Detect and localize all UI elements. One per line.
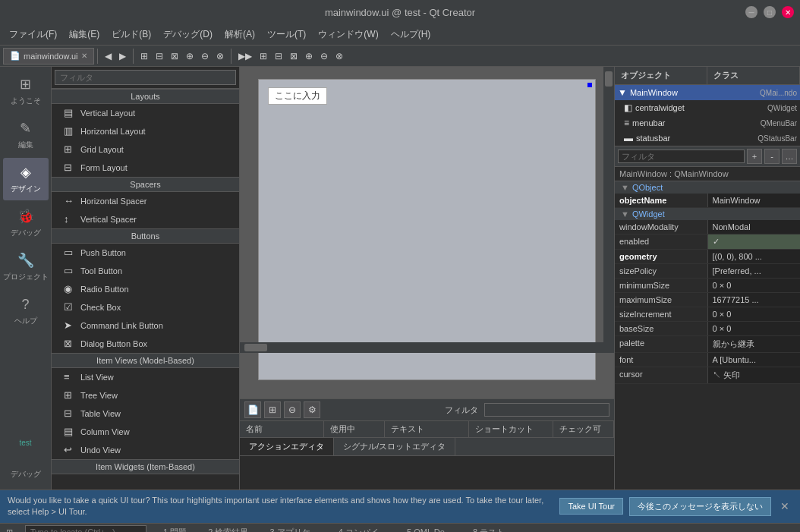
- widget-column-view[interactable]: ▤ Column View: [52, 423, 239, 441]
- obj-row-menubar[interactable]: ≡ menubar QMenuBar: [615, 115, 800, 131]
- action-delete-btn[interactable]: ⊖: [284, 401, 301, 418]
- sidebar-item-debug2[interactable]: デバッグ: [3, 459, 49, 490]
- menu-debug[interactable]: デバッグ(D): [157, 25, 219, 44]
- toolbar-btn10[interactable]: ⊠: [286, 49, 301, 63]
- action-copy-btn[interactable]: ⊞: [264, 401, 281, 418]
- canvas-scrollbar-horizontal[interactable]: [240, 342, 603, 353]
- status-problems[interactable]: 1 問題: [159, 525, 191, 532]
- toolbar-btn7[interactable]: ▶▶: [235, 49, 256, 63]
- canvas-resize-handle[interactable]: [587, 83, 592, 87]
- prop-val-enabled[interactable]: ✓: [708, 235, 801, 249]
- toolbar-btn9[interactable]: ⊟: [271, 49, 286, 63]
- widget-form-layout[interactable]: ⊟ Form Layout: [52, 159, 239, 177]
- status-qml[interactable]: 5 QML De...: [402, 526, 456, 532]
- status-app[interactable]: 3 アプリケ...: [265, 525, 321, 532]
- prop-val-cursor[interactable]: ↖ 矢印: [708, 367, 801, 383]
- category-buttons[interactable]: Buttons: [52, 228, 239, 244]
- toolbar-nav-fwd[interactable]: ▶: [115, 49, 130, 63]
- widget-dialog-button[interactable]: ⊠ Dialog Button Box: [52, 335, 239, 353]
- widget-table-view[interactable]: ⊟ Table View: [52, 405, 239, 423]
- sidebar-item-edit[interactable]: ✎ 編集: [3, 114, 49, 156]
- menu-analyze[interactable]: 解析(A): [219, 25, 261, 44]
- widget-radio-button[interactable]: ◉ Radio Button: [52, 280, 239, 298]
- category-item-views[interactable]: Item Views (Model-Based): [52, 353, 239, 368]
- widget-check-box[interactable]: ☑ Check Box: [52, 298, 239, 316]
- category-spacers[interactable]: Spacers: [52, 177, 239, 192]
- status-compile[interactable]: 4 コンパイ...: [334, 525, 390, 532]
- sidebar-item-debug[interactable]: 🐞 デバッグ: [3, 202, 49, 244]
- menu-file[interactable]: ファイル(F): [3, 25, 63, 44]
- menu-build[interactable]: ビルド(B): [106, 25, 157, 44]
- prop-val-basesize[interactable]: 0 × 0: [708, 322, 801, 335]
- toolbar-btn3[interactable]: ⊠: [167, 49, 182, 63]
- status-test[interactable]: 8 テスト...: [468, 525, 516, 532]
- menu-edit[interactable]: 編集(E): [63, 25, 106, 44]
- prop-val-windowmodality[interactable]: NonModal: [708, 220, 801, 234]
- obj-row-statusbar[interactable]: ▬ statusbar QStatusBar: [615, 131, 800, 146]
- toolbar-btn1[interactable]: ⊞: [137, 49, 152, 63]
- toolbar-btn5[interactable]: ⊖: [197, 49, 213, 63]
- widget-tree-view[interactable]: ⊞ Tree View: [52, 386, 239, 405]
- sidebar-item-project[interactable]: 🔧 プロジェクト: [3, 246, 49, 288]
- sidebar-item-test[interactable]: test: [3, 427, 49, 458]
- prop-filter-dots[interactable]: …: [782, 149, 797, 164]
- toolbar-btn8[interactable]: ⊞: [256, 49, 271, 63]
- widget-command-link[interactable]: ➤ Command Link Button: [52, 316, 239, 335]
- prop-val-maximumsize[interactable]: 16777215 ...: [708, 293, 801, 307]
- prop-filter-minus[interactable]: -: [764, 149, 780, 164]
- toolbar-btn4[interactable]: ⊕: [182, 49, 197, 63]
- prop-val-palette[interactable]: 親から継承: [708, 336, 801, 352]
- toolbar-btn2[interactable]: ⊟: [152, 49, 167, 63]
- obj-row-mainwindow[interactable]: ▼ MainWindow QMai...ndo: [615, 85, 800, 100]
- category-item-widgets[interactable]: Item Widgets (Item-Based): [52, 459, 239, 474]
- widget-grid-layout[interactable]: ⊞ Grid Layout: [52, 140, 239, 159]
- status-search[interactable]: 2 検索結果: [203, 525, 253, 532]
- toolbar-btn11[interactable]: ⊕: [301, 49, 317, 63]
- toolbar-btn13[interactable]: ⊗: [332, 49, 347, 63]
- menu-help[interactable]: ヘルプ(H): [385, 25, 437, 44]
- canvas-scrollbar-vertical[interactable]: [603, 67, 614, 353]
- obj-row-centralwidget[interactable]: ◧ centralwidget QWidget: [615, 100, 800, 115]
- widget-undo-view[interactable]: ↩ Undo View: [52, 441, 239, 459]
- prop-section-qwidget[interactable]: ▼ QWidget: [615, 208, 800, 220]
- sidebar-item-design[interactable]: ◈ デザイン: [3, 158, 49, 200]
- prop-val-geometry[interactable]: [(0, 0), 800 ...: [708, 250, 801, 263]
- widget-push-button[interactable]: ▭ Push Button: [52, 244, 239, 262]
- toolbar-btn6[interactable]: ⊗: [213, 49, 228, 63]
- widget-list-view[interactable]: ≡ List View: [52, 368, 239, 386]
- action-settings-btn[interactable]: ⚙: [304, 401, 320, 418]
- widget-filter-input[interactable]: [55, 70, 236, 85]
- prop-val-sizepolicy[interactable]: [Preferred, ...: [708, 264, 801, 278]
- property-filter-input[interactable]: [618, 150, 745, 163]
- widget-tool-button[interactable]: ▭ Tool Button: [52, 262, 239, 280]
- prop-val-font[interactable]: A [Ubuntu...: [708, 353, 801, 367]
- menu-window[interactable]: ウィンドウ(W): [312, 25, 384, 44]
- widget-horizontal-layout[interactable]: ▥ Horizontal Layout: [52, 122, 239, 140]
- widget-vertical-spacer[interactable]: ↕ Vertical Spacer: [52, 210, 239, 228]
- sidebar-item-help[interactable]: ? ヘルプ: [3, 290, 49, 332]
- tab-close-icon[interactable]: ✕: [81, 52, 87, 60]
- prop-filter-plus[interactable]: +: [747, 149, 762, 164]
- minimize-button[interactable]: ─: [745, 6, 757, 18]
- prop-val-objectname[interactable]: MainWindow: [708, 194, 801, 207]
- tab-action-editor[interactable]: アクションエディタ: [240, 438, 334, 455]
- sidebar-item-welcome[interactable]: ⊞ ようこそ: [3, 70, 49, 112]
- toolbar-btn12[interactable]: ⊖: [317, 49, 332, 63]
- action-filter-input[interactable]: [484, 403, 610, 417]
- prop-section-qobject[interactable]: ▼ QObject: [615, 181, 800, 194]
- locate-input[interactable]: [25, 525, 146, 532]
- prop-val-minimumsize[interactable]: 0 × 0: [708, 279, 801, 292]
- tour-dismiss-button[interactable]: 今後このメッセージを表示しない: [629, 497, 771, 516]
- maximize-button[interactable]: □: [764, 6, 776, 18]
- editor-tab-mainwindow[interactable]: 📄 mainwindow.ui ✕: [3, 48, 94, 65]
- scroll-thumb-v[interactable]: [605, 71, 613, 87]
- category-layouts[interactable]: Layouts: [52, 89, 239, 104]
- action-new-btn[interactable]: 📄: [244, 401, 261, 418]
- toolbar-nav-back[interactable]: ◀: [101, 49, 115, 63]
- widget-vertical-layout[interactable]: ▤ Vertical Layout: [52, 104, 239, 122]
- widget-horizontal-spacer[interactable]: ↔ Horizontal Spacer: [52, 192, 239, 210]
- close-button[interactable]: ✕: [782, 6, 794, 18]
- tab-signal-slot-editor[interactable]: シグナル/スロットエディタ: [334, 438, 455, 455]
- canvas-area[interactable]: ここに入力: [240, 67, 614, 398]
- status-chevron[interactable]: ⌄: [767, 527, 773, 532]
